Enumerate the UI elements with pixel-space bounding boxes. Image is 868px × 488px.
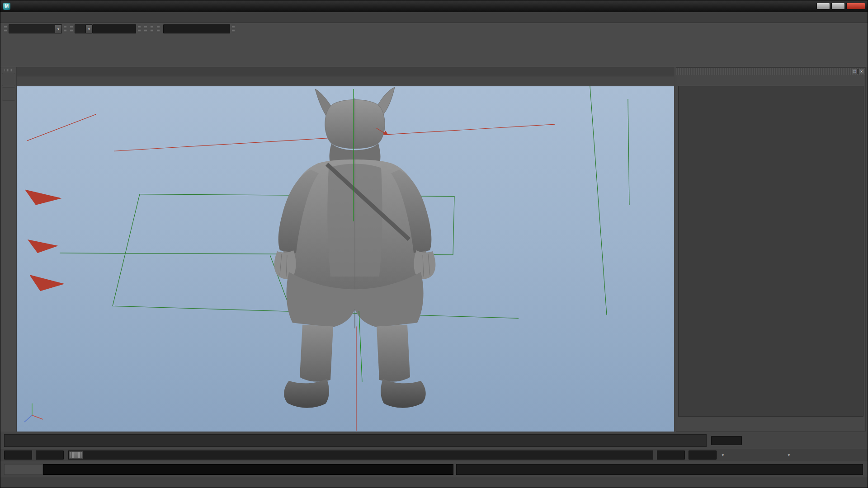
selection-mask-menu[interactable]: ▼ <box>75 24 93 33</box>
viewport-canvas[interactable] <box>17 86 674 432</box>
grip-handle[interactable] <box>5 69 13 71</box>
attribute-editor-menu <box>676 75 865 84</box>
animation-start-field[interactable] <box>4 450 32 460</box>
menu-set-dropdown[interactable]: ▼ <box>9 24 62 33</box>
maya-app-icon: M <box>3 3 10 10</box>
current-time-field[interactable] <box>711 436 742 445</box>
maya-application-window: M ▼ ▼ <box>0 0 868 488</box>
grip-handle[interactable] <box>157 25 160 33</box>
live-surface-field[interactable] <box>163 24 230 33</box>
playback-start-field[interactable] <box>36 450 64 460</box>
scene-view <box>17 86 674 432</box>
range-slider-track[interactable] <box>68 450 653 460</box>
close-button[interactable] <box>846 3 865 9</box>
minimize-button[interactable] <box>816 3 830 9</box>
panel-close-icon[interactable]: ✕ <box>859 69 864 74</box>
animation-end-field[interactable] <box>689 450 717 460</box>
empty-tool-slot <box>2 73 15 86</box>
chevron-down-icon[interactable]: ▼ <box>55 25 61 33</box>
range-start-handle[interactable] <box>71 452 74 458</box>
command-line-row <box>0 463 868 476</box>
attribute-editor-titlebar[interactable]: ❐ ✕ <box>676 68 865 75</box>
character-model[interactable] <box>274 87 436 408</box>
range-end-handle[interactable] <box>78 452 80 458</box>
title-bar: M <box>0 0 868 12</box>
grip-handle[interactable] <box>151 25 153 33</box>
toolbox <box>0 67 17 432</box>
attribute-editor-panel: ❐ ✕ <box>676 67 866 432</box>
perspective-viewport-panel[interactable] <box>17 67 674 432</box>
grip-handle[interactable] <box>4 25 7 33</box>
scene-locator-arrows <box>25 190 65 291</box>
playback-end-field[interactable] <box>657 450 685 460</box>
main-menu-bar <box>0 12 868 23</box>
panel-edge <box>866 67 868 432</box>
status-line: ▼ ▼ <box>0 23 868 35</box>
grip-handle[interactable] <box>144 25 147 33</box>
shelf <box>0 35 868 67</box>
panel-menu-bar <box>17 67 674 76</box>
panel-maximize-icon[interactable]: ❐ <box>852 69 858 74</box>
chevron-down-icon[interactable]: ▼ <box>719 451 726 459</box>
range-slider-row: ▼ ▼ <box>0 449 868 461</box>
grip-handle[interactable] <box>232 25 235 33</box>
no-selection-message <box>679 86 863 95</box>
playback-range-bar[interactable] <box>69 451 83 459</box>
selection-mode-field[interactable] <box>93 24 136 33</box>
attribute-editor-content <box>678 86 863 417</box>
restore-button[interactable] <box>831 3 845 9</box>
grip-handle[interactable] <box>64 25 66 33</box>
help-line <box>0 477 868 488</box>
chevron-down-icon[interactable]: ▼ <box>785 451 793 459</box>
time-slider-row <box>0 433 868 448</box>
chevron-down-icon[interactable]: ▼ <box>85 25 92 33</box>
panel-toolbar <box>17 76 674 86</box>
time-slider[interactable] <box>4 434 707 447</box>
empty-tool-slot <box>2 87 15 101</box>
grip-handle[interactable] <box>70 25 73 33</box>
grip-handle[interactable] <box>138 25 141 33</box>
command-line-language-tab[interactable] <box>4 464 43 475</box>
command-line-result <box>456 464 863 475</box>
view-axis-gizmo <box>24 404 43 422</box>
command-line-input[interactable] <box>43 464 453 475</box>
